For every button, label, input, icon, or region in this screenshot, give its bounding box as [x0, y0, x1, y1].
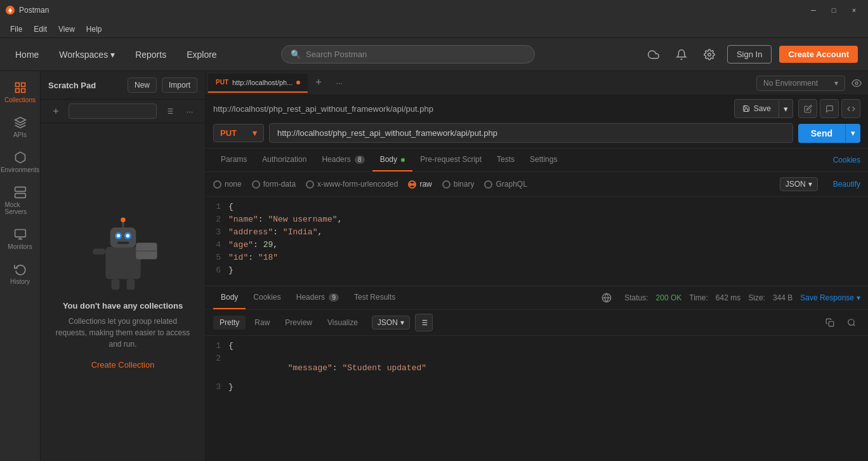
edit-icon-button[interactable]: [798, 99, 817, 118]
send-btn-group: Send ▾: [798, 124, 860, 143]
radio-raw[interactable]: raw: [408, 180, 431, 189]
code-line-2: 2 "name": "New username",: [206, 215, 868, 227]
sidebar-item-history[interactable]: History: [3, 258, 38, 290]
sidebar-item-apis[interactable]: APIs: [3, 111, 38, 144]
import-button[interactable]: Import: [162, 77, 197, 93]
menu-view[interactable]: View: [53, 22, 80, 36]
resp-search-button[interactable]: [843, 314, 860, 331]
save-response-button[interactable]: Save Response ▾: [800, 293, 860, 302]
svg-rect-22: [110, 227, 136, 247]
request-row: PUT ▾ Send ▾: [206, 118, 868, 149]
resp-filter-button[interactable]: [415, 314, 433, 331]
topnav: Home Workspaces ▾ Reports Explore 🔍 Sear…: [0, 38, 868, 71]
tab-headers[interactable]: Headers 8: [314, 149, 372, 171]
search-bar[interactable]: 🔍 Search Postman: [281, 45, 535, 63]
nav-reports[interactable]: Reports: [130, 46, 171, 63]
code-line-1: 1 {: [206, 202, 868, 215]
collections-empty-state: You don't have any collections Collectio…: [41, 123, 205, 461]
tab-params[interactable]: Params: [213, 149, 254, 171]
nav-explore[interactable]: Explore: [181, 46, 221, 63]
nav-home[interactable]: Home: [10, 46, 44, 63]
empty-title: You don't have any collections: [63, 301, 183, 311]
tab-authorization[interactable]: Authorization: [254, 149, 314, 171]
radio-graphql[interactable]: GraphQL: [484, 180, 527, 189]
graphql-radio-dot: [484, 180, 492, 189]
send-button[interactable]: Send: [798, 124, 845, 143]
save-response-chevron-icon: ▾: [857, 293, 860, 302]
search-icon: 🔍: [291, 50, 301, 59]
resp-tab-cookies[interactable]: Cookies: [246, 286, 288, 309]
signin-button[interactable]: Sign In: [727, 45, 772, 63]
resp-tab-headers[interactable]: Headers 9: [289, 286, 346, 309]
cookies-link[interactable]: Cookies: [833, 156, 860, 164]
resp-json-chevron-icon: ▾: [400, 318, 404, 327]
beautify-button[interactable]: Beautify: [833, 180, 860, 189]
env-eye-button[interactable]: [848, 74, 865, 92]
svg-rect-21: [105, 247, 140, 279]
svg-rect-35: [126, 279, 135, 290]
menu-help[interactable]: Help: [81, 22, 107, 36]
comment-icon-button[interactable]: [820, 99, 839, 118]
sidebar-item-mock-servers[interactable]: Mock Servers: [3, 181, 38, 220]
radio-urlencoded[interactable]: x-www-form-urlencoded: [306, 180, 398, 189]
create-collection-link[interactable]: Create Collection: [91, 360, 155, 370]
save-dropdown-button[interactable]: ▾: [779, 99, 793, 118]
tab-pre-request[interactable]: Pre-request Script: [412, 149, 489, 171]
collections-icon: [14, 81, 27, 94]
radio-binary[interactable]: binary: [442, 180, 475, 189]
menu-edit[interactable]: Edit: [29, 22, 52, 36]
maximize-button[interactable]: □: [825, 1, 843, 19]
new-button[interactable]: New: [128, 77, 157, 93]
sidebar-item-monitors[interactable]: Monitors: [3, 223, 38, 255]
resp-preview-tab[interactable]: Preview: [279, 316, 319, 330]
resp-json-selector[interactable]: JSON ▾: [372, 316, 410, 330]
tab-tests[interactable]: Tests: [489, 149, 522, 171]
tabs-more-button[interactable]: ···: [329, 73, 349, 93]
method-selector[interactable]: PUT ▾: [213, 124, 264, 142]
mock-servers-icon: [14, 186, 27, 199]
active-tab[interactable]: PUT http://localhost/ph...: [208, 74, 308, 93]
sidebar-item-collections[interactable]: Collections: [3, 76, 38, 109]
create-account-button[interactable]: Create Account: [779, 46, 858, 63]
resp-tab-test-results[interactable]: Test Results: [346, 286, 403, 309]
svg-rect-2: [15, 83, 19, 87]
filter-collections-button[interactable]: [162, 104, 177, 119]
add-tab-button[interactable]: [308, 72, 329, 93]
notification-icon-button[interactable]: [671, 44, 692, 65]
close-button[interactable]: ×: [845, 1, 863, 19]
code-icon-button[interactable]: [841, 99, 860, 118]
resp-headers-badge: 9: [329, 293, 339, 302]
environment-selector[interactable]: No Environment ▾: [756, 76, 845, 91]
menubar: File Edit View Help: [0, 20, 868, 38]
save-button[interactable]: Send Save: [734, 99, 779, 118]
resp-copy-button[interactable]: [821, 314, 839, 331]
tab-settings[interactable]: Settings: [522, 149, 565, 171]
add-collection-button[interactable]: [48, 104, 63, 119]
radio-form-data[interactable]: form-data: [252, 180, 296, 189]
send-dropdown-button[interactable]: ▾: [845, 124, 860, 143]
nav-workspaces[interactable]: Workspaces ▾: [54, 46, 120, 63]
svg-line-49: [853, 324, 855, 326]
sidebar-item-environments[interactable]: Environments: [3, 146, 38, 178]
tab-body[interactable]: Body: [372, 149, 413, 171]
resp-tab-body[interactable]: Body: [213, 286, 246, 309]
code-editor: 1 { 2 "name": "New username", 3 "address…: [206, 197, 868, 286]
size-value: 344 B: [773, 293, 792, 302]
environments-icon: [14, 151, 27, 164]
resp-visualize-tab[interactable]: Visualize: [321, 316, 364, 330]
time-label: Time:: [689, 293, 708, 302]
tab-right-actions: No Environment ▾: [756, 74, 865, 92]
main-content: PUT http://localhost/ph... ··· No Enviro…: [206, 71, 868, 461]
json-type-selector[interactable]: JSON ▾: [780, 177, 818, 191]
resp-body-tabs: Pretty Raw Preview Visualize JSON ▾: [206, 310, 868, 336]
cloud-icon-button[interactable]: [643, 44, 664, 65]
url-input[interactable]: [269, 123, 793, 143]
menu-file[interactable]: File: [5, 22, 27, 36]
more-collections-button[interactable]: ···: [182, 104, 197, 119]
minimize-button[interactable]: ─: [805, 1, 822, 19]
settings-icon-button[interactable]: [699, 44, 720, 65]
radio-none[interactable]: none: [213, 180, 242, 189]
resp-raw-tab[interactable]: Raw: [248, 316, 276, 330]
svg-rect-7: [15, 194, 25, 198]
resp-pretty-tab[interactable]: Pretty: [213, 316, 246, 330]
